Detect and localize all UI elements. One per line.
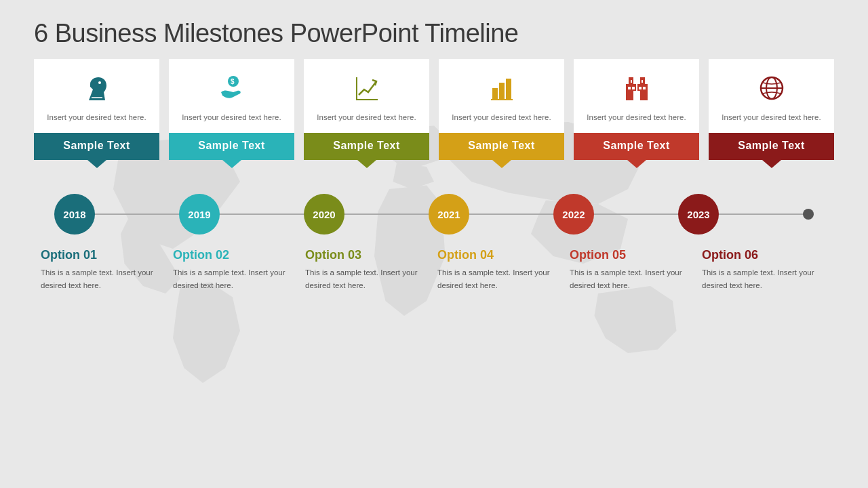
- card-body-text-4: Insert your desired text here.: [452, 112, 551, 123]
- option-item-6: Option 06 This is a sample text. Insert …: [702, 248, 827, 291]
- card-label-wrapper-4: Sample Text: [439, 133, 564, 160]
- option-item-1: Option 01 This is a sample text. Insert …: [41, 248, 166, 291]
- card-label-wrapper-3: Sample Text: [304, 133, 429, 160]
- card-label-wrapper-6: Sample Text: [709, 133, 834, 160]
- card-icon-6: [758, 71, 785, 105]
- card-body-text-2: Insert your desired text here.: [182, 112, 281, 123]
- svg-rect-16: [632, 87, 635, 89]
- page-title: 6 Business Milestones PowerPoint Timelin…: [0, 0, 868, 59]
- option-text-6: This is a sample text. Insert your desir…: [702, 266, 827, 291]
- option-title-1: Option 01: [41, 248, 166, 262]
- option-title-3: Option 03: [305, 248, 431, 262]
- card-body-text-1: Insert your desired text here.: [47, 112, 146, 123]
- card-1: Insert your desired text here. Sample Te…: [34, 59, 159, 160]
- svg-rect-5: [356, 77, 357, 100]
- card-body-text-6: Insert your desired text here.: [722, 112, 821, 123]
- option-text-4: This is a sample text. Insert your desir…: [437, 266, 563, 291]
- timeline-dot-2: 2019: [179, 194, 220, 235]
- card-label-wrapper-2: Sample Text: [169, 133, 294, 160]
- timeline-dot-5: 2022: [553, 194, 594, 235]
- svg-rect-14: [633, 91, 640, 100]
- option-item-5: Option 05 This is a sample text. Insert …: [570, 248, 695, 291]
- card-2: $ Insert your desired text here. Sample …: [169, 59, 294, 160]
- card-6: Insert your desired text here. Sample Te…: [709, 59, 834, 160]
- cards-row: Insert your desired text here. Sample Te…: [20, 59, 848, 160]
- card-body-text-5: Insert your desired text here.: [587, 112, 686, 123]
- option-text-1: This is a sample text. Insert your desir…: [41, 266, 166, 291]
- svg-rect-18: [643, 87, 646, 89]
- card-label-6: Sample Text: [709, 133, 834, 160]
- card-label-5: Sample Text: [574, 133, 699, 160]
- option-text-2: This is a sample text. Insert your desir…: [173, 266, 298, 291]
- option-title-5: Option 05: [570, 248, 695, 262]
- timeline-dot-6: 2023: [678, 194, 719, 235]
- svg-rect-9: [491, 99, 513, 100]
- timeline-end-dot: [803, 209, 814, 220]
- card-label-2: Sample Text: [169, 133, 294, 160]
- option-title-2: Option 02: [173, 248, 298, 262]
- card-icon-3: [353, 71, 380, 105]
- option-title-6: Option 06: [702, 248, 827, 262]
- timeline-dot-4: 2021: [429, 194, 469, 235]
- content-area: Insert your desired text here. Sample Te…: [0, 59, 868, 291]
- svg-rect-8: [506, 79, 511, 99]
- card-icon-1: [83, 71, 111, 105]
- svg-rect-15: [628, 87, 631, 89]
- option-item-3: Option 03 This is a sample text. Insert …: [305, 248, 431, 291]
- option-text-3: This is a sample text. Insert your desir…: [305, 266, 431, 291]
- svg-rect-20: [642, 80, 643, 83]
- card-5: Insert your desired text here. Sample Te…: [574, 59, 699, 160]
- option-text-5: This is a sample text. Insert your desir…: [570, 266, 695, 291]
- card-label-3: Sample Text: [304, 133, 429, 160]
- timeline-dot-3: 2020: [304, 194, 344, 235]
- card-body-text-3: Insert your desired text here.: [317, 112, 416, 123]
- svg-rect-6: [492, 88, 498, 99]
- svg-rect-19: [631, 80, 632, 83]
- card-4: Insert your desired text here. Sample Te…: [439, 59, 564, 160]
- card-icon-5: [623, 71, 650, 105]
- option-item-4: Option 04 This is a sample text. Insert …: [437, 248, 563, 291]
- card-label-wrapper-1: Sample Text: [34, 133, 159, 160]
- svg-rect-17: [639, 87, 642, 89]
- svg-rect-7: [499, 83, 505, 99]
- option-title-4: Option 04: [437, 248, 563, 262]
- card-icon-4: [488, 71, 515, 105]
- timeline-dot-1: 2018: [54, 194, 95, 235]
- svg-text:$: $: [231, 78, 235, 85]
- card-label-4: Sample Text: [439, 133, 564, 160]
- card-3: Insert your desired text here. Sample Te…: [304, 59, 429, 160]
- card-label-wrapper-5: Sample Text: [574, 133, 699, 160]
- card-label-1: Sample Text: [34, 133, 159, 160]
- timeline-row: 201820192020202120222023: [20, 194, 848, 235]
- svg-point-1: [98, 81, 101, 84]
- option-item-2: Option 02 This is a sample text. Insert …: [173, 248, 298, 291]
- svg-rect-4: [356, 99, 378, 100]
- card-icon-2: $: [218, 71, 245, 105]
- options-row: Option 01 This is a sample text. Insert …: [20, 235, 848, 291]
